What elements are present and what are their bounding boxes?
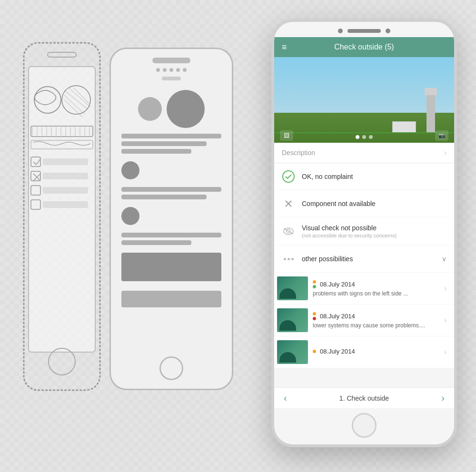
visual-label-text: Visual check not possible bbox=[302, 224, 446, 232]
bottom-navigation: ‹ 1. Check outside › bbox=[274, 387, 454, 408]
eye-icon bbox=[282, 225, 295, 238]
hero-dot-1[interactable] bbox=[356, 135, 359, 139]
phone-bottom-bar bbox=[274, 408, 454, 444]
wireframe-dot bbox=[169, 68, 173, 72]
ground-line bbox=[274, 132, 454, 133]
wireframe-dot bbox=[163, 68, 167, 72]
phone-screen: ≡ Check outside (5) 🖼 📷 bbox=[274, 37, 454, 408]
front-camera bbox=[338, 29, 343, 33]
ok-label: OK, no complaint bbox=[302, 173, 446, 180]
history-thumb-1 bbox=[277, 276, 308, 300]
wireframe-home-button bbox=[159, 356, 183, 380]
wireframe-dot bbox=[183, 68, 187, 72]
description-label: Description bbox=[282, 149, 315, 157]
container-box bbox=[392, 121, 416, 133]
wireframe-text-lines-3 bbox=[118, 233, 225, 245]
dot-3 bbox=[291, 258, 294, 260]
history-item-3[interactable]: 08.July 2014 › bbox=[274, 336, 454, 368]
history-item-1[interactable]: 08.July 2014 problems with signs on the … bbox=[274, 273, 454, 304]
wireframe-phone bbox=[109, 48, 233, 390]
dot-2 bbox=[288, 258, 290, 260]
history-desc-1: problems with signs on the left side ... bbox=[313, 290, 439, 297]
history-info-2: 08.July 2014 lower systems may cause som… bbox=[313, 312, 439, 329]
sketch-phone bbox=[14, 38, 109, 395]
wireframe-avatars bbox=[118, 90, 225, 128]
other-label-text: other possibilities bbox=[302, 255, 435, 263]
nav-prev-button[interactable]: ‹ bbox=[284, 393, 287, 403]
history-info-3: 08.July 2014 bbox=[313, 348, 439, 357]
tower-top bbox=[425, 88, 437, 95]
visual-label-sub: (not accessible due to security concerns… bbox=[302, 233, 446, 238]
thumb-dome-2 bbox=[279, 320, 296, 331]
wireframe-rect-small bbox=[121, 291, 221, 307]
wireframe-content bbox=[111, 84, 232, 351]
thumb-bg-1 bbox=[277, 276, 308, 300]
phone-speaker bbox=[347, 29, 381, 33]
x-icon bbox=[282, 197, 295, 210]
hero-image-content bbox=[274, 57, 454, 143]
svg-rect-16 bbox=[43, 187, 88, 194]
checklist-container: OK, no complaint Component not available bbox=[274, 163, 454, 387]
svg-rect-10 bbox=[43, 158, 88, 165]
wireframe-status-dots bbox=[111, 68, 232, 72]
wireframe-rect-large bbox=[121, 253, 221, 281]
thumb-bg-3 bbox=[277, 340, 308, 364]
phone-top-bar bbox=[274, 22, 454, 37]
history-status-dots-2 bbox=[313, 312, 316, 320]
thumb-bg-2 bbox=[277, 308, 308, 332]
wireframe-notch bbox=[152, 58, 190, 63]
checklist-item-visual[interactable]: Visual check not possible (not accessibl… bbox=[274, 217, 454, 245]
front-sensor bbox=[386, 29, 390, 33]
wireframe-line bbox=[121, 233, 221, 237]
hamburger-menu-icon[interactable]: ≡ bbox=[282, 42, 287, 52]
visual-label: Visual check not possible (not accessibl… bbox=[302, 224, 446, 238]
svg-rect-1 bbox=[48, 52, 76, 57]
checklist-item-ok[interactable]: OK, no complaint bbox=[274, 163, 454, 190]
wireframe-circle-medium-2 bbox=[121, 207, 139, 225]
hero-dot-3[interactable] bbox=[369, 135, 373, 139]
status-dot-yellow bbox=[313, 280, 316, 284]
history-desc-2: lower systems may cause some problems...… bbox=[313, 322, 439, 329]
home-button[interactable] bbox=[352, 413, 377, 438]
hero-dot-2[interactable] bbox=[362, 135, 366, 139]
svg-rect-14 bbox=[43, 173, 88, 179]
checklist-item-unavailable[interactable]: Component not available bbox=[274, 190, 454, 217]
unavailable-label-text: Component not available bbox=[302, 200, 446, 207]
thumb-dome-1 bbox=[279, 288, 296, 299]
checklist-item-other[interactable]: other possibilities ∨ bbox=[274, 246, 454, 272]
history-arrow-2: › bbox=[444, 316, 446, 324]
history-info-1: 08.July 2014 problems with signs on the … bbox=[313, 280, 439, 297]
app-header: ≡ Check outside (5) bbox=[274, 37, 454, 57]
history-item-2[interactable]: 08.July 2014 lower systems may cause som… bbox=[274, 305, 454, 336]
svg-rect-18 bbox=[43, 201, 88, 208]
wireframe-dot bbox=[156, 68, 160, 72]
cross-icon bbox=[282, 197, 295, 210]
thumb-dome-3 bbox=[279, 352, 296, 363]
history-arrow-1: › bbox=[444, 284, 446, 293]
description-row[interactable]: Description › bbox=[274, 143, 454, 163]
history-status-dots-1 bbox=[313, 280, 316, 288]
nav-title: 1. Check outside bbox=[339, 394, 389, 402]
dot-1 bbox=[284, 258, 286, 260]
other-chevron-down-icon[interactable]: ∨ bbox=[442, 255, 446, 263]
three-dots-icon bbox=[284, 258, 294, 260]
history-meta-2: 08.July 2014 bbox=[313, 312, 439, 320]
history-meta-1: 08.July 2014 bbox=[313, 280, 439, 288]
history-thumb-3 bbox=[277, 340, 308, 364]
wireframe-circle-medium bbox=[121, 161, 139, 179]
hero-image-area: 🖼 📷 bbox=[274, 57, 454, 143]
status-dot-green bbox=[313, 285, 316, 288]
wireframe-line bbox=[121, 187, 221, 192]
ok-label-text: OK, no complaint bbox=[302, 173, 446, 180]
description-chevron-icon: › bbox=[444, 148, 446, 157]
wireframe-line bbox=[121, 134, 221, 138]
wireframe-line bbox=[121, 240, 191, 245]
other-label: other possibilities bbox=[302, 255, 435, 263]
nav-next-button[interactable]: › bbox=[441, 393, 445, 403]
status-dot-red bbox=[313, 317, 316, 320]
status-dot-yellow-3 bbox=[313, 350, 316, 353]
status-dot-yellow-2 bbox=[313, 312, 316, 315]
circle-check-icon bbox=[282, 170, 295, 183]
unavailable-label: Component not available bbox=[302, 200, 446, 207]
app-header-title: Check outside (5) bbox=[334, 43, 394, 51]
